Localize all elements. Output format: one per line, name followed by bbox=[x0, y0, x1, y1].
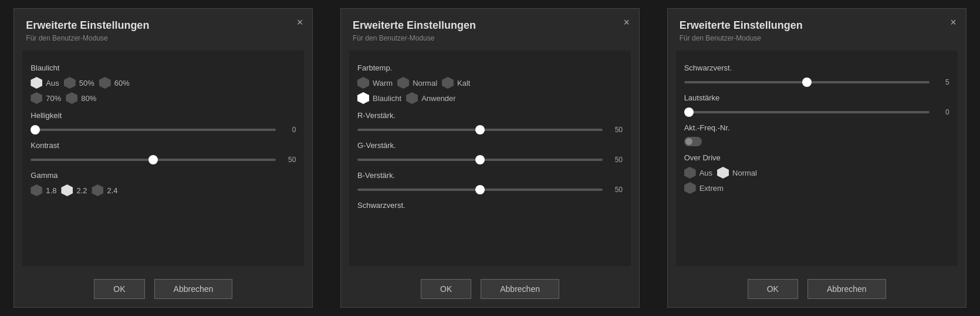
dialog-3-close-button[interactable]: × bbox=[950, 17, 957, 28]
dialog-2-ok-button[interactable]: OK bbox=[421, 279, 471, 299]
blaulicht-aus[interactable]: Aus bbox=[31, 77, 59, 89]
helligkeit-slider-section: 0 bbox=[31, 126, 296, 134]
dialog-2-header: Erweiterte Einstellungen Für den Benutze… bbox=[341, 9, 639, 46]
dialog-3-title: Erweiterte Einstellungen bbox=[680, 19, 954, 32]
overdrive-extrem-radio bbox=[684, 182, 696, 194]
dialog-3-body: Schwarzverst. 5 Lautstärke 0 Akt.-Freq.-… bbox=[676, 51, 958, 266]
blaulicht-60-label: 60% bbox=[114, 79, 130, 88]
dialog-2-close-button[interactable]: × bbox=[623, 17, 630, 28]
gamma-options: 1.8 2.2 2.4 bbox=[31, 184, 296, 196]
b-verstaerk-value: 50 bbox=[609, 186, 623, 194]
farbtemp-blaulicht-radio bbox=[357, 92, 369, 104]
akt-freq-knob bbox=[685, 138, 692, 145]
dialog-2-subtitle: Für den Benutzer-Moduse bbox=[353, 34, 627, 42]
r-verstaerk-slider[interactable] bbox=[357, 129, 603, 131]
b-verstaerk-slider-section: 50 bbox=[357, 186, 623, 194]
dialog-3-cancel-button[interactable]: Abbrechen bbox=[807, 279, 886, 299]
r-verstaerk-label: R-Verstärk. bbox=[357, 111, 623, 120]
farbtemp-kalt-label: Kalt bbox=[457, 79, 470, 88]
akt-freq-toggle-wrapper bbox=[684, 137, 949, 146]
dialog-3-header: Erweiterte Einstellungen Für den Benutze… bbox=[668, 9, 966, 46]
b-verstaerk-slider[interactable] bbox=[357, 189, 603, 191]
dialog-3-ok-button[interactable]: OK bbox=[748, 279, 798, 299]
overdrive-extrem[interactable]: Extrem bbox=[684, 182, 724, 194]
overdrive-aus[interactable]: Aus bbox=[684, 167, 712, 179]
g-verstaerk-slider-section: 50 bbox=[357, 156, 623, 164]
lautstaerke-slider-section: 0 bbox=[684, 108, 949, 116]
dialog-1-ok-button[interactable]: OK bbox=[94, 279, 144, 299]
farbtemp-normal[interactable]: Normal bbox=[397, 77, 437, 89]
akt-freq-label: Akt.-Freq.-Nr. bbox=[684, 123, 949, 132]
b-verstaerk-label: B-Verstärk. bbox=[357, 171, 623, 180]
helligkeit-slider[interactable] bbox=[31, 129, 276, 131]
overdrive-options-row1: Aus Normal bbox=[684, 167, 949, 179]
lautstaerke-slider[interactable] bbox=[684, 111, 930, 113]
overdrive-extrem-label: Extrem bbox=[699, 184, 724, 193]
schwarzverst-slider[interactable] bbox=[684, 81, 930, 83]
dialog-1-cancel-button[interactable]: Abbrechen bbox=[154, 279, 233, 299]
farbtemp-blaulicht[interactable]: Blaulicht bbox=[357, 92, 401, 104]
blaulicht-aus-label: Aus bbox=[46, 79, 59, 88]
schwarzverst-value: 5 bbox=[935, 78, 949, 86]
gamma-24[interactable]: 2.4 bbox=[92, 184, 117, 196]
blaulicht-80[interactable]: 80% bbox=[66, 92, 96, 104]
farbtemp-anwender[interactable]: Anwender bbox=[406, 92, 456, 104]
akt-freq-toggle[interactable] bbox=[684, 137, 702, 146]
dialog-1-title: Erweiterte Einstellungen bbox=[26, 19, 300, 32]
gamma-22-radio bbox=[61, 184, 73, 196]
overdrive-aus-label: Aus bbox=[699, 169, 712, 177]
dialog-1-footer: OK Abbrechen bbox=[14, 271, 312, 307]
gamma-24-label: 2.4 bbox=[107, 186, 117, 195]
farbtemp-options-row1: Warm Normal Kalt bbox=[357, 77, 623, 89]
overdrive-label: Over Drive bbox=[684, 153, 949, 162]
gamma-18-label: 1.8 bbox=[46, 186, 56, 195]
blaulicht-70-radio bbox=[31, 92, 42, 104]
kontrast-slider-section: 50 bbox=[31, 156, 296, 164]
overdrive-normal-label: Normal bbox=[732, 169, 757, 177]
dialog-1-close-button[interactable]: × bbox=[297, 17, 303, 28]
overdrive-options-row2: Extrem bbox=[684, 182, 949, 194]
farbtemp-label: Farbtemp. bbox=[357, 63, 623, 72]
blaulicht-60[interactable]: 60% bbox=[99, 77, 130, 89]
lautstaerke-slider-row: 0 bbox=[684, 108, 949, 116]
overdrive-normal-radio bbox=[717, 167, 729, 179]
lautstaerke-label: Lautstärke bbox=[684, 93, 949, 102]
farbtemp-warm-label: Warm bbox=[373, 79, 393, 88]
blaulicht-70-label: 70% bbox=[46, 94, 61, 103]
blaulicht-50[interactable]: 50% bbox=[64, 77, 94, 89]
kontrast-label: Kontrast bbox=[31, 141, 296, 150]
blaulicht-aus-radio bbox=[31, 77, 42, 89]
gamma-22[interactable]: 2.2 bbox=[61, 184, 87, 196]
schwarzverst-slider-section: 5 bbox=[684, 78, 949, 86]
kontrast-value: 50 bbox=[282, 156, 296, 164]
helligkeit-slider-row: 0 bbox=[31, 126, 296, 134]
g-verstaerk-slider-row: 50 bbox=[357, 156, 623, 164]
farbtemp-kalt[interactable]: Kalt bbox=[442, 77, 470, 89]
blaulicht-50-radio bbox=[64, 77, 76, 89]
blaulicht-options: Aus 50% 60% bbox=[31, 77, 296, 89]
dialog-1-body: Blaulicht Aus 50% 60% 70% 80% bbox=[22, 51, 304, 266]
gamma-label: Gamma bbox=[31, 171, 296, 180]
schwarzverst-slider-row: 5 bbox=[684, 78, 949, 86]
schwarzverst-label-d2: Schwarzverst. bbox=[357, 201, 623, 210]
g-verstaerk-slider[interactable] bbox=[357, 159, 603, 161]
lautstaerke-value: 0 bbox=[935, 108, 949, 116]
dialog-1-header: Erweiterte Einstellungen Für den Benutze… bbox=[14, 9, 312, 46]
farbtemp-warm[interactable]: Warm bbox=[357, 77, 393, 89]
overdrive-normal[interactable]: Normal bbox=[717, 167, 757, 179]
gamma-18[interactable]: 1.8 bbox=[31, 184, 56, 196]
kontrast-slider[interactable] bbox=[31, 159, 276, 161]
blaulicht-70[interactable]: 70% bbox=[31, 92, 61, 104]
dialog-2-cancel-button[interactable]: Abbrechen bbox=[481, 279, 559, 299]
dialog-2-footer: OK Abbrechen bbox=[341, 271, 639, 307]
dialog-2-body: Farbtemp. Warm Normal Kalt Blaulicht bbox=[349, 51, 631, 266]
farbtemp-normal-label: Normal bbox=[413, 79, 437, 88]
blaulicht-options-row2: 70% 80% bbox=[31, 92, 296, 104]
farbtemp-anwender-label: Anwender bbox=[421, 94, 456, 103]
gamma-24-radio bbox=[92, 184, 103, 196]
dialog-3-footer: OK Abbrechen bbox=[668, 271, 966, 307]
dialog-2: Erweiterte Einstellungen Für den Benutze… bbox=[340, 8, 640, 308]
farbtemp-normal-radio bbox=[397, 77, 409, 89]
dialog-3: Erweiterte Einstellungen Für den Benutze… bbox=[667, 8, 967, 308]
farbtemp-anwender-radio bbox=[406, 92, 418, 104]
